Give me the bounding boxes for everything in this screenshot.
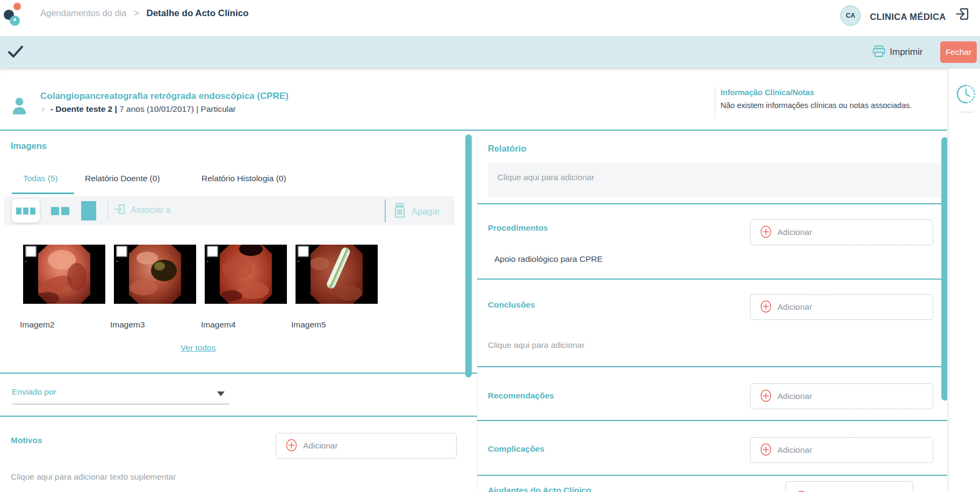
rail-divider <box>959 112 973 112</box>
motives-placeholder[interactable]: Clique aqui para adicionar texto supleme… <box>11 472 176 482</box>
image-label: Imagem3 <box>110 320 145 330</box>
associate-icon <box>114 203 126 217</box>
image-checkbox[interactable] <box>298 246 309 257</box>
view-small-grid-button[interactable] <box>12 199 40 223</box>
plus-circle-icon <box>796 490 807 492</box>
add-conclusion-button[interactable]: Adicionar <box>750 294 933 320</box>
square-icon <box>23 208 28 215</box>
patient-details: 7 anos (10/01/2017) | Particular <box>119 104 236 113</box>
confirm-check-icon[interactable] <box>8 45 24 60</box>
add-assistant-button[interactable]: Adicionar <box>786 481 913 492</box>
add-recommendation-button[interactable]: Adicionar <box>750 383 933 409</box>
sent-by-label: Enviado por <box>12 387 56 397</box>
toolbar-divider <box>385 199 386 222</box>
add-label: Adicionar <box>777 391 812 401</box>
view-medium-grid-button[interactable] <box>49 202 71 220</box>
image-thumbnail[interactable] <box>296 245 378 304</box>
patient-summary: ♀ - Doente teste 2 | 7 anos (10/01/2017)… <box>40 104 236 114</box>
printer-icon <box>873 45 885 60</box>
square-icon <box>51 207 59 215</box>
history-clock-icon[interactable] <box>956 84 976 104</box>
close-button[interactable]: Fechar <box>940 41 977 63</box>
image-label: Imagem2 <box>20 320 55 330</box>
square-icon <box>81 201 96 220</box>
add-motive-button[interactable]: Adicionar <box>276 433 457 459</box>
report-placeholder: Clique aqui para adicionar <box>498 173 594 182</box>
report-input-area[interactable]: Clique aqui para adicionar <box>488 163 942 197</box>
active-tab-underline <box>12 192 74 194</box>
right-panel-scrollbar[interactable] <box>941 137 947 401</box>
image-thumbnail[interactable] <box>205 245 287 304</box>
gender-female-icon: ♀ <box>40 105 46 113</box>
image-checkbox[interactable] <box>207 246 218 257</box>
view-all-link[interactable]: Ver todos <box>181 343 216 353</box>
square-icon <box>61 207 69 215</box>
app-logo[interactable] <box>3 2 27 27</box>
procedure-item: Apoio radiológico para CPRE <box>494 254 603 264</box>
section-divider <box>477 366 947 367</box>
square-icon <box>16 208 21 215</box>
images-toolbar: Associar a Apagar <box>4 196 455 225</box>
clinical-info-empty-text: Não existem informações clínicas ou nota… <box>720 101 912 110</box>
logout-icon[interactable] <box>955 7 969 21</box>
square-icon <box>30 208 35 215</box>
left-panel-scrollbar[interactable] <box>465 134 472 377</box>
delete-images-button[interactable]: Apagar <box>393 203 440 220</box>
patient-name: - Doente teste 2 | <box>51 104 117 113</box>
plus-circle-icon <box>760 443 772 458</box>
clinical-act-card: Colangiopancreatografia retrógrada endos… <box>0 69 947 492</box>
image-label: Imagem5 <box>291 320 326 330</box>
info-divider <box>715 87 715 118</box>
clinical-act-detail-page: Agendamentos do dia > Detalhe do Acto Cl… <box>0 0 980 492</box>
add-label: Adicionar <box>777 445 812 455</box>
section-divider <box>477 475 947 476</box>
image-checkbox[interactable] <box>116 246 127 257</box>
recommendations-title: Recomendações <box>488 391 554 401</box>
tab-patient-report[interactable]: Relatório Doente (0) <box>85 174 160 183</box>
action-toolbar: Imprimir Fechar <box>0 36 980 69</box>
clinical-info-title: Informação Clínica/Notas <box>720 88 814 97</box>
breadcrumb-parent-link[interactable]: Agendamentos do dia <box>40 8 127 18</box>
tab-histology-report[interactable]: Relatório Histologia (0) <box>201 174 286 183</box>
report-title: Relatório <box>488 144 527 154</box>
delete-label: Apagar <box>412 206 440 217</box>
conclusions-title: Conclusões <box>488 300 535 310</box>
image-label: Imagem4 <box>201 320 236 330</box>
chevron-down-icon <box>217 391 225 396</box>
add-procedure-button[interactable]: Adicionar <box>750 219 933 245</box>
procedure-title: Colangiopancreatografia retrógrada endos… <box>40 91 289 102</box>
tab-all-images[interactable]: Todas (5) <box>23 174 58 183</box>
top-header: Agendamentos do dia > Detalhe do Acto Cl… <box>0 0 980 36</box>
breadcrumb-current: Detalhe do Acto Clínico <box>146 8 248 18</box>
section-divider <box>477 279 947 280</box>
image-checkbox[interactable] <box>25 246 37 257</box>
plus-circle-icon <box>286 439 297 453</box>
print-label: Imprimir <box>890 47 923 58</box>
associate-to-button[interactable]: Associar a <box>114 203 171 217</box>
logo-dot <box>13 18 16 21</box>
conclusions-placeholder[interactable]: Clique aqui para adicionar <box>488 340 585 350</box>
section-divider <box>477 420 947 421</box>
print-button[interactable]: Imprimir <box>873 44 923 60</box>
images-title: Imagens <box>11 141 47 151</box>
plus-circle-icon <box>760 389 772 404</box>
breadcrumb-separator: > <box>134 8 139 18</box>
section-divider <box>477 203 947 204</box>
image-thumbnail[interactable] <box>23 245 105 304</box>
content-area: Imagens Todas (5) Relatório Doente (0) R… <box>0 132 947 492</box>
right-rail <box>947 69 980 492</box>
user-avatar[interactable]: CA <box>840 5 861 26</box>
sent-by-dropdown[interactable]: Enviado por <box>12 384 230 404</box>
avatar-initials: CA <box>846 12 855 19</box>
report-panel: Relatório Clique aqui para adicionar Pro… <box>477 132 947 492</box>
image-thumbnail[interactable] <box>114 245 196 304</box>
motives-title: Motivos <box>11 436 42 445</box>
add-label: Adicionar <box>777 302 812 312</box>
view-large-button[interactable] <box>81 201 97 221</box>
plus-circle-icon <box>760 300 772 315</box>
trash-icon <box>393 203 406 220</box>
images-panel: Imagens Todas (5) Relatório Doente (0) R… <box>0 132 477 492</box>
procedures-title: Procedimentos <box>488 223 548 233</box>
clinic-name: CLINICA MÉDICA <box>870 12 946 22</box>
add-complication-button[interactable]: Adicionar <box>750 437 933 463</box>
